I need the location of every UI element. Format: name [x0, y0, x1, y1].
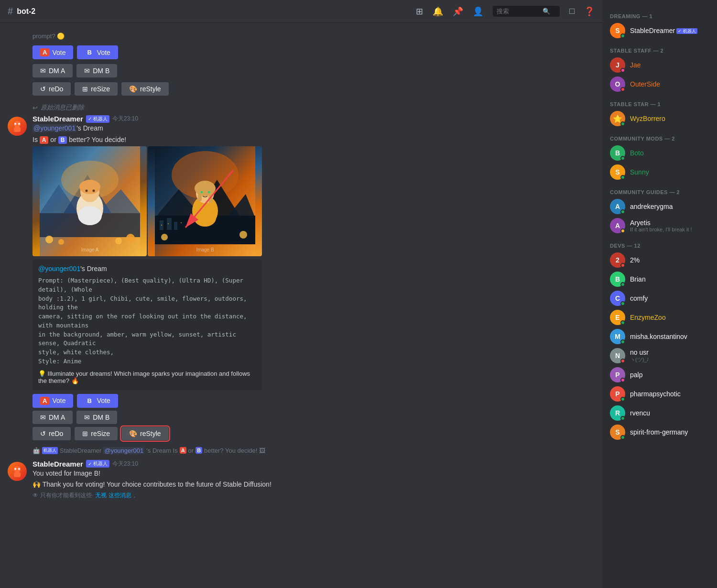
- member-sub-text: ヽ(ツ)_/: [630, 356, 649, 363]
- resize-button-1[interactable]: ⊞ reSize: [75, 82, 118, 96]
- member-avatar: P: [610, 386, 625, 402]
- prompt-footer: 💡 Illuminate your dreams! Which image sp…: [38, 370, 256, 384]
- message-content-3: StableDreamer ✓ 机器人 今天23:10 You voted fo…: [33, 460, 595, 500]
- member-item[interactable]: Nno usrヽ(ツ)_/: [606, 346, 713, 365]
- message-group-3: StableDreamer ✓ 机器人 今天23:10 You voted fo…: [0, 458, 602, 501]
- vote-a-button-2[interactable]: A Vote: [33, 394, 73, 408]
- dm-b-button-2[interactable]: ✉ DM B: [76, 411, 117, 424]
- member-initial: 2: [616, 256, 619, 264]
- member-info: EnzymeZoo: [630, 314, 666, 321]
- member-item[interactable]: BBrian: [606, 270, 713, 289]
- inline-badge-b-2: B: [58, 136, 67, 144]
- dm-a-label-2: DM A: [49, 414, 65, 421]
- restyle-button-1[interactable]: 🎨 reStyle: [121, 82, 169, 96]
- bot-avatar-3: [8, 462, 27, 481]
- dm-b-label-2: DM B: [93, 414, 109, 421]
- member-item[interactable]: BBoto: [606, 143, 713, 163]
- bot-badge-small: 机器人: [42, 447, 58, 454]
- resize-button-2[interactable]: ⊞ reSize: [75, 427, 118, 440]
- username-2: StableDreamer: [33, 115, 83, 123]
- member-item[interactable]: AAryetisIf it ain't broke, I'll break it…: [606, 216, 713, 235]
- member-item[interactable]: EEnzymeZoo: [606, 308, 713, 327]
- prompt-label: prompt? 🟡: [33, 33, 595, 40]
- member-initial: R: [615, 409, 620, 417]
- dm-b-label-1: DM B: [93, 67, 109, 75]
- vote-a-label-1: Vote: [52, 49, 65, 56]
- member-avatar: O: [610, 76, 625, 92]
- prompt-mention-link[interactable]: @younger001: [38, 265, 80, 272]
- vote-b-label-2: Vote: [97, 397, 110, 404]
- btn-group-1c: ↺ reDo ⊞ reSize 🎨 reStyle: [33, 82, 595, 96]
- search-input[interactable]: [497, 8, 540, 15]
- bot-mention-small: @younger001: [103, 447, 144, 454]
- member-item[interactable]: SStableDreamer✓ 机器人: [606, 21, 713, 40]
- search-box[interactable]: 🔍: [493, 6, 560, 17]
- dm-a-button-1[interactable]: ✉ DM A: [33, 64, 73, 77]
- member-section-title: COMMUNITY MODS — 2: [606, 128, 713, 143]
- image-a-2: Image A: [33, 146, 147, 256]
- message-header-3: StableDreamer ✓ 机器人 今天23:10: [33, 460, 595, 468]
- dm-a-icon-1: ✉: [40, 67, 46, 75]
- member-item[interactable]: Rrvencu: [606, 403, 713, 423]
- pin-icon[interactable]: 📌: [453, 6, 463, 17]
- member-name: OuterSide: [630, 80, 660, 88]
- member-item[interactable]: SSunny: [606, 163, 713, 182]
- member-avatar: S: [610, 425, 625, 440]
- dm-b-icon-2: ✉: [84, 414, 90, 421]
- redo-button-1[interactable]: ↺ reDo: [33, 82, 71, 96]
- member-item[interactable]: Ccomfy: [606, 289, 713, 308]
- member-info: palp: [630, 371, 642, 379]
- member-section-title: COMMUNITY GUIDES — 2: [606, 182, 713, 197]
- member-item[interactable]: Aandrekerygma: [606, 197, 713, 216]
- member-item[interactable]: Ppalp: [606, 365, 713, 384]
- dm-a-button-2[interactable]: ✉ DM A: [33, 411, 73, 424]
- svg-rect-29: [174, 222, 177, 230]
- svg-point-17: [115, 238, 122, 244]
- dismiss-link[interactable]: 无视 这些消息: [95, 491, 131, 500]
- message-group-2-wrapper: ↩ 原始消息已删除 StableDreamer ✓: [0, 103, 602, 442]
- svg-point-12: [79, 180, 100, 194]
- member-item[interactable]: OOuterSide: [606, 75, 713, 94]
- member-initial: A: [615, 203, 620, 210]
- vote-b-button-2[interactable]: B Vote: [77, 394, 118, 408]
- svg-point-14: [92, 190, 95, 192]
- status-dot: [620, 397, 625, 402]
- dm-a-icon-2: ✉: [40, 414, 46, 421]
- vote-b-button-1[interactable]: B Vote: [77, 45, 118, 59]
- member-item[interactable]: Ppharmapsychotic: [606, 384, 713, 403]
- member-item[interactable]: 22%: [606, 250, 713, 270]
- help-icon[interactable]: ❓: [584, 6, 595, 17]
- member-info: rvencu: [630, 409, 650, 417]
- members-icon[interactable]: 👤: [473, 6, 483, 17]
- member-name: comfy: [630, 294, 648, 302]
- member-name: Jae: [630, 61, 641, 69]
- better-small: better? You decide!: [204, 447, 257, 454]
- reply-bar: ↩ 原始消息已删除: [0, 103, 602, 113]
- dm-b-button-1[interactable]: ✉ DM B: [76, 64, 117, 77]
- dm-b-icon-1: ✉: [84, 67, 90, 75]
- status-dot: [620, 156, 625, 161]
- prompt-title-2: @younger001's Dream: [38, 265, 256, 272]
- threads-icon[interactable]: ⊞: [416, 6, 423, 17]
- member-item[interactable]: ⭐WyzBorrero: [606, 109, 713, 128]
- vote-a-button-1[interactable]: A Vote: [33, 45, 73, 59]
- member-item[interactable]: Mmisha.konstantinov: [606, 327, 713, 346]
- member-name: StableDreamer✓ 机器人: [630, 27, 697, 34]
- redo-button-2[interactable]: ↺ reDo: [33, 427, 71, 440]
- restyle-button-2[interactable]: 🎨 reStyle: [121, 427, 169, 440]
- status-dot: [620, 359, 625, 363]
- svg-point-42: [239, 231, 247, 239]
- svg-text:Image B: Image B: [196, 247, 214, 252]
- prompt-body: Prompt: (Masterpiece), (Best quality), (…: [38, 276, 256, 366]
- member-avatar: E: [610, 310, 625, 325]
- member-avatar: ⭐: [610, 111, 625, 126]
- member-item[interactable]: JJae: [606, 55, 713, 75]
- member-name: WyzBorrero: [630, 115, 665, 122]
- notification-icon[interactable]: 🔔: [433, 6, 443, 17]
- inbox-icon[interactable]: □: [569, 6, 575, 16]
- member-item[interactable]: Sspirit-from-germany: [606, 423, 713, 442]
- bot-notification-3: 🤖 机器人 StableDreamer @younger001 's Dream…: [0, 446, 602, 458]
- member-info: misha.konstantinov: [630, 333, 687, 340]
- redo-label-1: reDo: [49, 85, 63, 93]
- redo-label-2: reDo: [49, 430, 63, 437]
